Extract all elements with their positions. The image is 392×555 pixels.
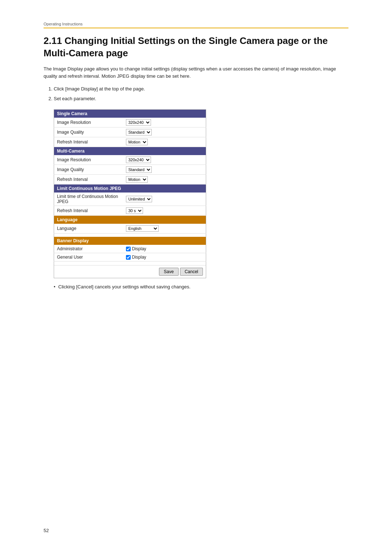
mc-refresh-interval-select[interactable]: Motion bbox=[126, 176, 148, 183]
multi-camera-header: Multi-Camera bbox=[54, 147, 206, 155]
mc-image-quality-row: Image Quality Standard bbox=[54, 165, 206, 174]
language-label: Language bbox=[54, 224, 123, 234]
mc-image-quality-label: Image Quality bbox=[54, 165, 123, 174]
save-button[interactable]: Save bbox=[159, 268, 178, 276]
intro-text: The Image Display page allows you to cha… bbox=[44, 65, 348, 81]
general-user-label: General User bbox=[54, 253, 123, 262]
mc-refresh-interval-row: Refresh Interval Motion bbox=[54, 174, 206, 184]
sc-refresh-interval-select[interactable]: Motion bbox=[126, 139, 148, 145]
limit-refresh-interval-select[interactable]: 30 s bbox=[126, 207, 143, 214]
single-camera-header: Single Camera bbox=[54, 109, 206, 118]
administrator-row: Administrator Display bbox=[54, 245, 206, 253]
breadcrumb: Operating Instructions bbox=[44, 22, 348, 28]
spacer-row-1 bbox=[54, 233, 206, 237]
sc-refresh-interval-row: Refresh Interval Motion bbox=[54, 137, 206, 147]
administrator-checkbox-label[interactable]: Display bbox=[126, 246, 203, 251]
general-user-checkbox[interactable] bbox=[126, 255, 131, 260]
limit-motion-jpeg-header: Limit Continuous Motion JPEG bbox=[54, 184, 206, 193]
spacer-row-2 bbox=[54, 262, 206, 265]
steps-list: Click [Image Display] at the top of the … bbox=[54, 85, 348, 103]
sc-image-quality-select[interactable]: Standard bbox=[126, 129, 152, 135]
mc-image-resolution-label: Image Resolution bbox=[54, 155, 123, 165]
sc-image-quality-label: Image Quality bbox=[54, 127, 123, 137]
mc-refresh-interval-label: Refresh Interval bbox=[54, 174, 123, 184]
general-user-checkbox-label[interactable]: Display bbox=[126, 255, 203, 260]
administrator-checkbox[interactable] bbox=[126, 247, 131, 251]
step-2: Set each parameter. bbox=[54, 95, 348, 103]
administrator-label: Administrator bbox=[54, 245, 123, 253]
page-title: 2.11 Changing Initial Settings on the Si… bbox=[44, 35, 348, 60]
limit-refresh-interval-label: Refresh Interval bbox=[54, 206, 123, 215]
language-header: Language bbox=[54, 215, 206, 224]
general-user-display-text: Display bbox=[132, 255, 146, 260]
settings-form-table: Single Camera Image Resolution 320x240 I… bbox=[54, 109, 206, 278]
mc-image-quality-select[interactable]: Standard bbox=[126, 166, 152, 173]
sc-refresh-interval-label: Refresh Interval bbox=[54, 137, 123, 147]
cancel-button[interactable]: Cancel bbox=[180, 268, 203, 276]
sc-image-quality-row: Image Quality Standard bbox=[54, 127, 206, 137]
cancel-note: Clicking [Cancel] cancels your settings … bbox=[54, 283, 348, 291]
banner-display-header: Banner Display bbox=[54, 237, 206, 245]
page-number: 52 bbox=[44, 528, 49, 533]
limit-refresh-interval-row: Refresh Interval 30 s bbox=[54, 206, 206, 215]
sc-image-resolution-row: Image Resolution 320x240 bbox=[54, 118, 206, 127]
limit-time-label: Limit time of Continuous Motion JPEG bbox=[54, 193, 123, 206]
language-row: Language English bbox=[54, 224, 206, 234]
administrator-display-text: Display bbox=[132, 246, 146, 251]
sc-image-resolution-select[interactable]: 320x240 bbox=[126, 119, 151, 126]
mc-image-resolution-row: Image Resolution 320x240 bbox=[54, 155, 206, 165]
language-select[interactable]: English bbox=[126, 225, 159, 232]
button-row: Save Cancel bbox=[54, 265, 206, 278]
limit-time-select[interactable]: Unlimited bbox=[126, 196, 152, 202]
mc-image-resolution-select[interactable]: 320x240 bbox=[126, 157, 151, 163]
general-user-row: General User Display bbox=[54, 253, 206, 262]
sc-image-resolution-label: Image Resolution bbox=[54, 118, 123, 127]
limit-time-row: Limit time of Continuous Motion JPEG Unl… bbox=[54, 193, 206, 206]
step-1: Click [Image Display] at the top of the … bbox=[54, 85, 348, 93]
